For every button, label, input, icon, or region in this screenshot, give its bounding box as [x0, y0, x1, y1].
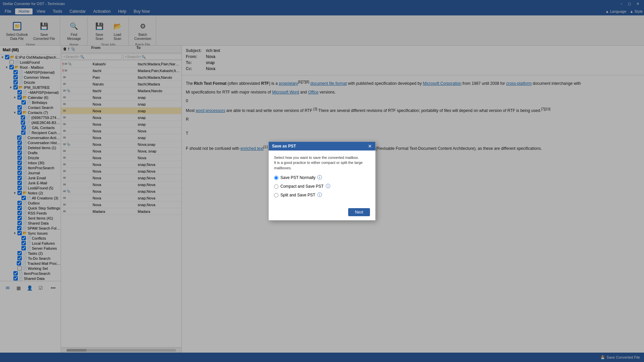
- option-compact[interactable]: Compact and Save PST ⓘ: [274, 183, 370, 189]
- next-button[interactable]: Next: [348, 208, 370, 216]
- dialog-body: Select how you want to save the converte…: [269, 150, 375, 205]
- label-compact: Compact and Save PST: [280, 184, 324, 189]
- radio-split[interactable]: [274, 193, 278, 197]
- label-split: Split and Save PST: [280, 193, 315, 197]
- label-normal: Save PST Normally: [280, 175, 315, 180]
- dialog-footer: Next: [269, 205, 375, 220]
- option-normal[interactable]: Save PST Normally ⓘ: [274, 175, 370, 181]
- dialog-overlay: Save as PST ✕ Select how you want to sav…: [0, 0, 644, 362]
- info-icon-split[interactable]: ⓘ: [317, 192, 322, 198]
- dialog-description: Select how you want to save the converte…: [274, 155, 370, 171]
- dialog-close-button[interactable]: ✕: [368, 144, 372, 148]
- option-split[interactable]: Split and Save PST ⓘ: [274, 192, 370, 198]
- radio-normal[interactable]: [274, 176, 278, 180]
- dialog-title-bar: Save as PST ✕: [269, 142, 375, 150]
- info-icon-compact[interactable]: ⓘ: [326, 183, 330, 189]
- radio-compact[interactable]: [274, 184, 278, 189]
- save-as-pst-dialog: Save as PST ✕ Select how you want to sav…: [268, 141, 376, 221]
- dialog-title: Save as PST: [272, 144, 296, 148]
- info-icon-normal[interactable]: ⓘ: [317, 175, 322, 181]
